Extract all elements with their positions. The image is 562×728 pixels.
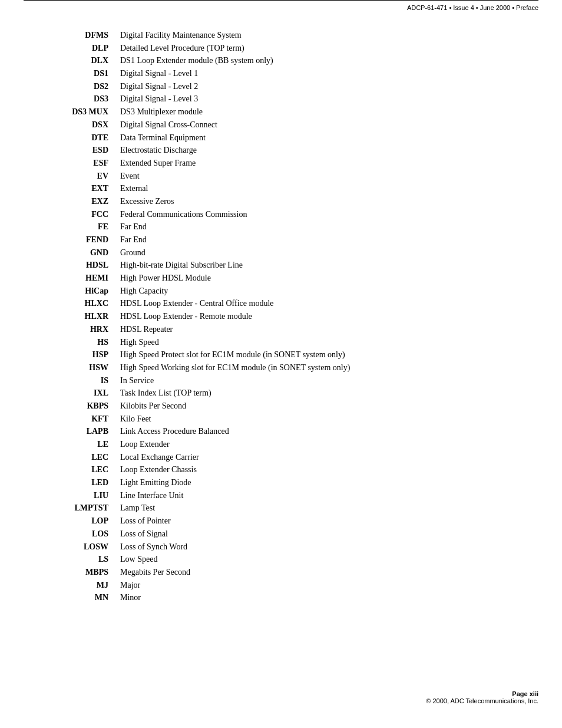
- glossary-term: ESD: [24, 144, 118, 157]
- glossary-row: GNDGround: [24, 246, 538, 259]
- glossary-row: LOSWLoss of Synch Word: [24, 541, 538, 554]
- glossary-definition: Digital Signal - Level 1: [118, 67, 538, 80]
- glossary-term: DS3 MUX: [24, 106, 118, 118]
- glossary-definition: Minor: [118, 591, 538, 604]
- glossary-definition: High Speed Working slot for EC1M module …: [118, 361, 538, 374]
- glossary-row: MNMinor: [24, 591, 538, 604]
- glossary-term: ESF: [24, 157, 118, 170]
- glossary-definition: Digital Signal Cross-Connect: [118, 118, 538, 131]
- glossary-term: DLP: [24, 42, 118, 55]
- glossary-term: EV: [24, 170, 118, 183]
- glossary-row: FCCFederal Communications Commission: [24, 208, 538, 221]
- glossary-term: DS3: [24, 93, 118, 106]
- glossary-row: DLPDetailed Level Procedure (TOP term): [24, 42, 538, 55]
- glossary-row: EXTExternal: [24, 182, 538, 195]
- glossary-row: ESFExtended Super Frame: [24, 157, 538, 170]
- glossary-definition: Far End: [118, 220, 538, 233]
- glossary-row: IXLTask Index List (TOP term): [24, 387, 538, 400]
- glossary-term: KFT: [24, 413, 118, 426]
- glossary-row: HRXHDSL Repeater: [24, 323, 538, 336]
- glossary-definition: Federal Communications Commission: [118, 208, 538, 221]
- glossary-definition: Far End: [118, 233, 538, 246]
- glossary-term: EXZ: [24, 195, 118, 208]
- glossary-row: LECLocal Exchange Carrier: [24, 451, 538, 464]
- glossary-term: FCC: [24, 208, 118, 221]
- glossary-term: LED: [24, 476, 118, 489]
- glossary-definition: External: [118, 182, 538, 195]
- glossary-term: FE: [24, 220, 118, 233]
- glossary-term: MN: [24, 591, 118, 604]
- content-area: DFMSDigital Facility Maintenance SystemD…: [0, 17, 562, 628]
- glossary-row: DS1Digital Signal - Level 1: [24, 67, 538, 80]
- glossary-term: HEMI: [24, 272, 118, 285]
- glossary-term: LEC: [24, 451, 118, 464]
- glossary-row: LECLoop Extender Chassis: [24, 463, 538, 476]
- glossary-term: DLX: [24, 54, 118, 67]
- glossary-definition: DS1 Loop Extender module (BB system only…: [118, 54, 538, 67]
- glossary-definition: Detailed Level Procedure (TOP term): [118, 42, 538, 55]
- glossary-definition: Light Emitting Diode: [118, 476, 538, 489]
- glossary-definition: High Speed Protect slot for EC1M module …: [118, 348, 538, 361]
- glossary-term: HS: [24, 336, 118, 349]
- glossary-term: IXL: [24, 387, 118, 400]
- glossary-term: DS1: [24, 67, 118, 80]
- glossary-row: KBPSKilobits Per Second: [24, 400, 538, 413]
- glossary-term: LAPB: [24, 425, 118, 438]
- glossary-definition: HDSL Loop Extender - Central Office modu…: [118, 297, 538, 310]
- footer: Page xiii © 2000, ADC Telecommunications…: [426, 690, 538, 704]
- page: ADCP-61-471 • Issue 4 • June 2000 • Pref…: [0, 0, 562, 728]
- glossary-row: LOSLoss of Signal: [24, 528, 538, 541]
- copyright: © 2000, ADC Telecommunications, Inc.: [426, 697, 538, 704]
- glossary-row: HSPHigh Speed Protect slot for EC1M modu…: [24, 348, 538, 361]
- glossary-term: LOSW: [24, 541, 118, 554]
- glossary-definition: Task Index List (TOP term): [118, 387, 538, 400]
- glossary-definition: Loss of Pointer: [118, 515, 538, 528]
- glossary-term: LS: [24, 553, 118, 566]
- glossary-definition: Local Exchange Carrier: [118, 451, 538, 464]
- glossary-definition: Kilobits Per Second: [118, 400, 538, 413]
- glossary-definition: Loop Extender: [118, 438, 538, 451]
- glossary-definition: Loss of Synch Word: [118, 541, 538, 554]
- header-text: ADCP-61-471 • Issue 4 • June 2000 • Pref…: [0, 4, 562, 17]
- glossary-row: DSXDigital Signal Cross-Connect: [24, 118, 538, 131]
- glossary-definition: High Speed: [118, 336, 538, 349]
- glossary-term: LOP: [24, 515, 118, 528]
- glossary-definition: Event: [118, 170, 538, 183]
- glossary-term: KBPS: [24, 400, 118, 413]
- glossary-row: DS3 MUXDS3 Multiplexer module: [24, 106, 538, 118]
- glossary-row: ISIn Service: [24, 374, 538, 387]
- glossary-definition: Link Access Procedure Balanced: [118, 425, 538, 438]
- glossary-row: DLXDS1 Loop Extender module (BB system o…: [24, 54, 538, 67]
- glossary-definition: Loss of Signal: [118, 528, 538, 541]
- glossary-definition: High Capacity: [118, 285, 538, 298]
- header-rule: [24, 0, 538, 4]
- glossary-definition: DS3 Multiplexer module: [118, 106, 538, 118]
- glossary-row: LEDLight Emitting Diode: [24, 476, 538, 489]
- glossary-definition: Digital Signal - Level 3: [118, 93, 538, 106]
- glossary-row: FENDFar End: [24, 233, 538, 246]
- glossary-term: EXT: [24, 182, 118, 195]
- glossary-table: DFMSDigital Facility Maintenance SystemD…: [24, 29, 538, 604]
- glossary-row: HiCapHigh Capacity: [24, 285, 538, 298]
- glossary-term: MJ: [24, 579, 118, 592]
- glossary-definition: Kilo Feet: [118, 413, 538, 426]
- glossary-definition: HDSL Repeater: [118, 323, 538, 336]
- glossary-term: HSW: [24, 361, 118, 374]
- glossary-row: LSLow Speed: [24, 553, 538, 566]
- glossary-row: LOPLoss of Pointer: [24, 515, 538, 528]
- glossary-row: ESDElectrostatic Discharge: [24, 144, 538, 157]
- glossary-row: LIULine Interface Unit: [24, 489, 538, 502]
- glossary-term: LE: [24, 438, 118, 451]
- glossary-row: FEFar End: [24, 220, 538, 233]
- glossary-term: HLXC: [24, 297, 118, 310]
- glossary-definition: High Power HDSL Module: [118, 272, 538, 285]
- glossary-term: FEND: [24, 233, 118, 246]
- glossary-definition: Extended Super Frame: [118, 157, 538, 170]
- glossary-term: DS2: [24, 80, 118, 93]
- glossary-term: IS: [24, 374, 118, 387]
- glossary-row: LMPTSTLamp Test: [24, 502, 538, 515]
- glossary-row: EXZExcessive Zeros: [24, 195, 538, 208]
- glossary-term: DTE: [24, 131, 118, 144]
- glossary-row: DTEData Terminal Equipment: [24, 131, 538, 144]
- glossary-definition: Loop Extender Chassis: [118, 463, 538, 476]
